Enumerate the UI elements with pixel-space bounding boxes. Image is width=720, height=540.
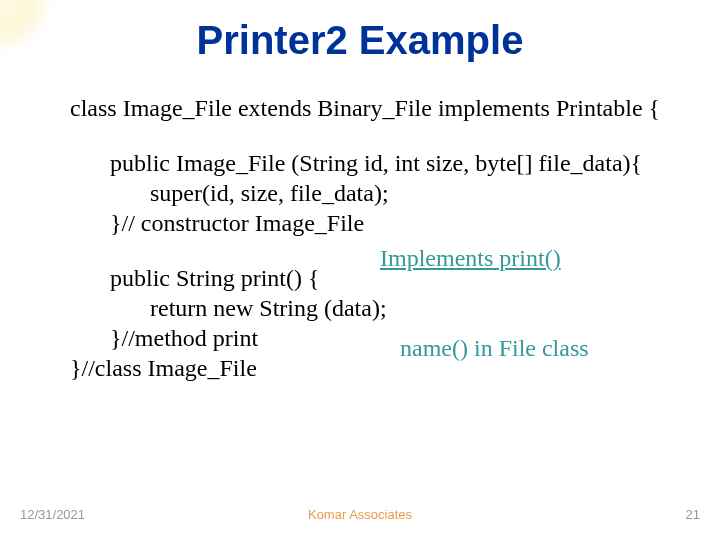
- code-line-classdecl: class Image_File extends Binary_File imp…: [70, 93, 680, 123]
- footer-org: Komar Associates: [0, 507, 720, 522]
- decorative-corner: [0, 0, 55, 55]
- code-line: return new String (data);: [110, 293, 680, 323]
- code-line: super(id, size, file_data);: [110, 178, 680, 208]
- code-line: public Image_File (String id, int size, …: [110, 148, 680, 178]
- footer-page-number: 21: [686, 507, 700, 522]
- code-block-print: public String print() { return new Strin…: [70, 263, 680, 383]
- annotation-implements: Implements print(): [380, 245, 561, 272]
- code-content: class Image_File extends Binary_File imp…: [0, 93, 720, 383]
- slide-title: Printer2 Example: [0, 0, 720, 73]
- annotation-name: name() in File class: [400, 335, 589, 362]
- slide: Printer2 Example class Image_File extend…: [0, 0, 720, 540]
- code-block-constructor: public Image_File (String id, int size, …: [70, 148, 680, 238]
- code-line: }// constructor Image_File: [110, 208, 680, 238]
- code-line: }//method print: [110, 323, 680, 353]
